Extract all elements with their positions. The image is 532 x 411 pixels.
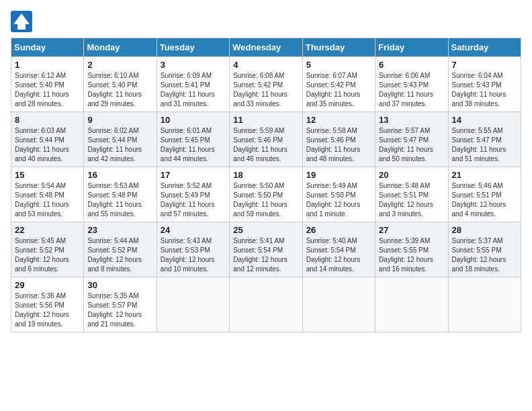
day-info: Sunrise: 5:40 AM Sunset: 5:54 PM Dayligh… [306, 236, 371, 274]
calendar-cell: 18Sunrise: 5:50 AM Sunset: 5:50 PM Dayli… [230, 167, 302, 222]
calendar-cell: 2Sunrise: 6:10 AM Sunset: 5:40 PM Daylig… [84, 57, 157, 112]
day-number: 24 [161, 225, 226, 235]
logo [11, 11, 35, 32]
day-number: 22 [15, 225, 80, 235]
day-info: Sunrise: 5:35 AM Sunset: 5:57 PM Dayligh… [87, 291, 152, 329]
calendar-cell: 30Sunrise: 5:35 AM Sunset: 5:57 PM Dayli… [84, 277, 157, 332]
day-info: Sunrise: 5:46 AM Sunset: 5:51 PM Dayligh… [452, 181, 517, 219]
day-number: 15 [15, 170, 80, 180]
day-info: Sunrise: 5:59 AM Sunset: 5:46 PM Dayligh… [233, 126, 298, 164]
calendar-cell: 6Sunrise: 6:06 AM Sunset: 5:43 PM Daylig… [375, 57, 448, 112]
day-number: 29 [15, 280, 80, 290]
day-number: 10 [161, 115, 226, 125]
logo-icon [11, 11, 32, 32]
day-info: Sunrise: 5:50 AM Sunset: 5:50 PM Dayligh… [233, 181, 298, 219]
day-number: 21 [452, 170, 517, 180]
day-number: 20 [379, 170, 444, 180]
day-info: Sunrise: 5:58 AM Sunset: 5:46 PM Dayligh… [306, 126, 371, 164]
day-info: Sunrise: 6:04 AM Sunset: 5:43 PM Dayligh… [452, 71, 517, 109]
calendar-cell: 13Sunrise: 5:57 AM Sunset: 5:47 PM Dayli… [375, 112, 448, 167]
day-info: Sunrise: 6:03 AM Sunset: 5:44 PM Dayligh… [15, 126, 80, 164]
day-info: Sunrise: 6:08 AM Sunset: 5:42 PM Dayligh… [233, 71, 298, 109]
calendar-cell: 5Sunrise: 6:07 AM Sunset: 5:42 PM Daylig… [302, 57, 375, 112]
day-header-monday: Monday [84, 38, 157, 57]
calendar-cell: 25Sunrise: 5:41 AM Sunset: 5:54 PM Dayli… [230, 222, 302, 277]
calendar-cell: 8Sunrise: 6:03 AM Sunset: 5:44 PM Daylig… [11, 112, 84, 167]
calendar-cell: 11Sunrise: 5:59 AM Sunset: 5:46 PM Dayli… [230, 112, 302, 167]
calendar-cell: 27Sunrise: 5:39 AM Sunset: 5:55 PM Dayli… [375, 222, 448, 277]
calendar-cell: 1Sunrise: 6:12 AM Sunset: 5:40 PM Daylig… [11, 57, 84, 112]
page-header [11, 11, 521, 32]
calendar-cell: 22Sunrise: 5:45 AM Sunset: 5:52 PM Dayli… [11, 222, 84, 277]
day-number: 28 [452, 225, 517, 235]
calendar-cell: 14Sunrise: 5:55 AM Sunset: 5:47 PM Dayli… [448, 112, 521, 167]
calendar-cell: 24Sunrise: 5:43 AM Sunset: 5:53 PM Dayli… [157, 222, 229, 277]
day-number: 17 [161, 170, 226, 180]
day-info: Sunrise: 5:55 AM Sunset: 5:47 PM Dayligh… [452, 126, 517, 164]
day-number: 23 [87, 225, 152, 235]
day-number: 3 [161, 60, 226, 70]
day-info: Sunrise: 6:06 AM Sunset: 5:43 PM Dayligh… [379, 71, 444, 109]
day-number: 8 [15, 115, 80, 125]
day-info: Sunrise: 6:07 AM Sunset: 5:42 PM Dayligh… [306, 71, 371, 109]
day-info: Sunrise: 6:02 AM Sunset: 5:44 PM Dayligh… [87, 126, 152, 164]
calendar-cell: 7Sunrise: 6:04 AM Sunset: 5:43 PM Daylig… [448, 57, 521, 112]
calendar-cell: 23Sunrise: 5:44 AM Sunset: 5:52 PM Dayli… [84, 222, 157, 277]
calendar-cell: 26Sunrise: 5:40 AM Sunset: 5:54 PM Dayli… [302, 222, 375, 277]
calendar-cell [448, 277, 521, 332]
day-number: 14 [452, 115, 517, 125]
day-info: Sunrise: 5:39 AM Sunset: 5:55 PM Dayligh… [379, 236, 444, 274]
calendar-cell: 9Sunrise: 6:02 AM Sunset: 5:44 PM Daylig… [84, 112, 157, 167]
calendar-cell: 19Sunrise: 5:49 AM Sunset: 5:50 PM Dayli… [302, 167, 375, 222]
day-number: 12 [306, 115, 371, 125]
day-header-wednesday: Wednesday [230, 38, 302, 57]
day-info: Sunrise: 5:48 AM Sunset: 5:51 PM Dayligh… [379, 181, 444, 219]
day-number: 16 [87, 170, 152, 180]
day-info: Sunrise: 5:37 AM Sunset: 5:55 PM Dayligh… [452, 236, 517, 274]
day-info: Sunrise: 6:09 AM Sunset: 5:41 PM Dayligh… [161, 71, 226, 109]
calendar-week-3: 15Sunrise: 5:54 AM Sunset: 5:48 PM Dayli… [11, 167, 521, 222]
calendar-week-4: 22Sunrise: 5:45 AM Sunset: 5:52 PM Dayli… [11, 222, 521, 277]
calendar-cell: 15Sunrise: 5:54 AM Sunset: 5:48 PM Dayli… [11, 167, 84, 222]
day-info: Sunrise: 5:49 AM Sunset: 5:50 PM Dayligh… [306, 181, 371, 219]
day-info: Sunrise: 5:53 AM Sunset: 5:48 PM Dayligh… [87, 181, 152, 219]
svg-rect-2 [17, 24, 26, 30]
calendar-cell: 10Sunrise: 6:01 AM Sunset: 5:45 PM Dayli… [157, 112, 229, 167]
day-number: 5 [306, 60, 371, 70]
day-info: Sunrise: 5:36 AM Sunset: 5:56 PM Dayligh… [15, 291, 80, 329]
day-info: Sunrise: 5:52 AM Sunset: 5:49 PM Dayligh… [161, 181, 226, 219]
day-number: 13 [379, 115, 444, 125]
day-number: 19 [306, 170, 371, 180]
calendar-cell: 21Sunrise: 5:46 AM Sunset: 5:51 PM Dayli… [448, 167, 521, 222]
day-number: 1 [15, 60, 80, 70]
calendar-cell [375, 277, 448, 332]
day-info: Sunrise: 5:54 AM Sunset: 5:48 PM Dayligh… [15, 181, 80, 219]
calendar-cell: 28Sunrise: 5:37 AM Sunset: 5:55 PM Dayli… [448, 222, 521, 277]
calendar-cell [302, 277, 375, 332]
day-info: Sunrise: 5:45 AM Sunset: 5:52 PM Dayligh… [15, 236, 80, 274]
day-info: Sunrise: 5:57 AM Sunset: 5:47 PM Dayligh… [379, 126, 444, 164]
calendar-cell: 12Sunrise: 5:58 AM Sunset: 5:46 PM Dayli… [302, 112, 375, 167]
day-number: 25 [233, 225, 298, 235]
day-header-thursday: Thursday [302, 38, 375, 57]
day-info: Sunrise: 6:12 AM Sunset: 5:40 PM Dayligh… [15, 71, 80, 109]
calendar-cell [157, 277, 229, 332]
day-number: 7 [452, 60, 517, 70]
day-number: 6 [379, 60, 444, 70]
day-number: 18 [233, 170, 298, 180]
day-number: 30 [87, 280, 152, 290]
day-info: Sunrise: 5:44 AM Sunset: 5:52 PM Dayligh… [87, 236, 152, 274]
calendar-cell: 20Sunrise: 5:48 AM Sunset: 5:51 PM Dayli… [375, 167, 448, 222]
day-number: 27 [379, 225, 444, 235]
day-number: 4 [233, 60, 298, 70]
day-info: Sunrise: 5:43 AM Sunset: 5:53 PM Dayligh… [161, 236, 226, 274]
calendar-cell: 29Sunrise: 5:36 AM Sunset: 5:56 PM Dayli… [11, 277, 84, 332]
day-header-friday: Friday [375, 38, 448, 57]
day-number: 26 [306, 225, 371, 235]
calendar-week-1: 1Sunrise: 6:12 AM Sunset: 5:40 PM Daylig… [11, 57, 521, 112]
calendar-cell: 4Sunrise: 6:08 AM Sunset: 5:42 PM Daylig… [230, 57, 302, 112]
day-header-saturday: Saturday [448, 38, 521, 57]
day-header-tuesday: Tuesday [157, 38, 229, 57]
calendar-table: SundayMondayTuesdayWednesdayThursdayFrid… [11, 38, 521, 332]
calendar-week-5: 29Sunrise: 5:36 AM Sunset: 5:56 PM Dayli… [11, 277, 521, 332]
